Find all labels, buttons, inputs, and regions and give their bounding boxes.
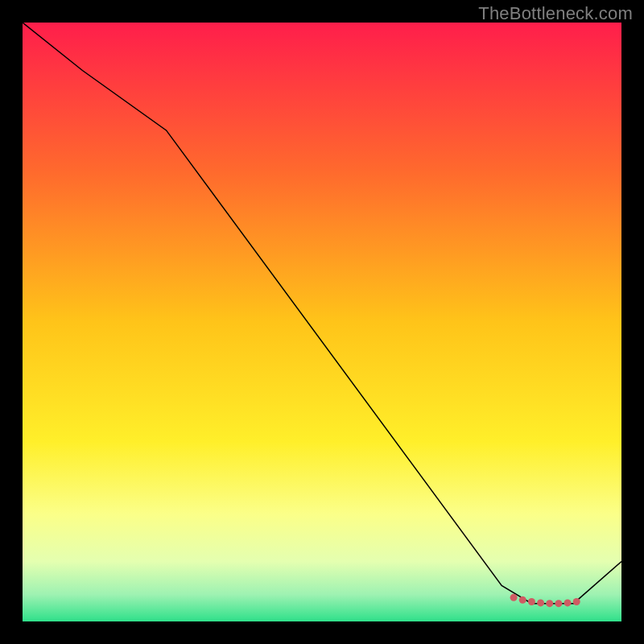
watermark-text: TheBottleneck.com (478, 3, 633, 24)
gradient-background (23, 23, 621, 621)
highlight-dot (564, 599, 572, 606)
plot-area (23, 23, 621, 621)
highlight-dot (528, 598, 535, 605)
highlight-dot (519, 597, 526, 604)
highlight-dot (546, 600, 553, 607)
highlight-dot (537, 599, 544, 606)
highlight-dot (555, 600, 562, 607)
chart-svg (23, 23, 621, 621)
chart-stage: TheBottleneck.com (0, 0, 644, 644)
highlight-dot (573, 598, 580, 605)
highlight-dot (510, 594, 518, 601)
